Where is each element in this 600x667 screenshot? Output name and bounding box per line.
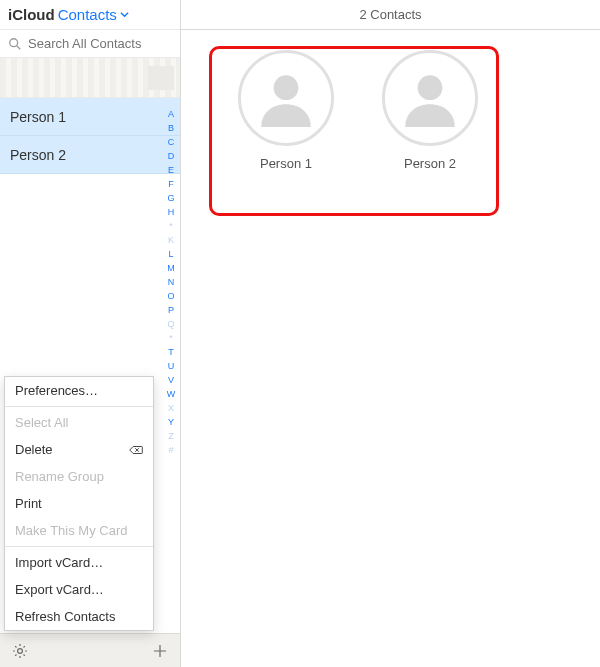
contact-cards: Person 1 Person 2: [231, 50, 600, 171]
gear-button[interactable]: [10, 641, 30, 661]
alpha-index-letter[interactable]: N: [168, 276, 175, 288]
menu-label: Make This My Card: [15, 523, 127, 538]
svg-point-3: [274, 75, 299, 100]
main-header: 2 Contacts: [181, 0, 600, 30]
menu-label: Refresh Contacts: [15, 609, 115, 624]
alpha-index-letter[interactable]: U: [168, 360, 175, 372]
alpha-index-letter[interactable]: F: [168, 178, 174, 190]
contacts-list: Person 1 Person 2: [0, 98, 180, 174]
menu-label: Delete: [15, 442, 53, 457]
alpha-index-letter[interactable]: E: [168, 164, 174, 176]
alpha-index-letter[interactable]: M: [167, 262, 175, 274]
brand-label: iCloud: [8, 6, 55, 23]
menu-export-vcard[interactable]: Export vCard…: [5, 576, 153, 603]
svg-line-1: [17, 45, 21, 49]
alpha-index-letter[interactable]: Y: [168, 416, 174, 428]
alpha-index-letter[interactable]: *: [169, 332, 173, 344]
alpha-index-letter[interactable]: L: [168, 248, 173, 260]
avatar-placeholder-icon: [382, 50, 478, 146]
sidebar: iCloud Contacts Person 1 Person 2 ABCDEF…: [0, 0, 181, 667]
alpha-index-letter[interactable]: D: [168, 150, 175, 162]
contact-row[interactable]: Person 2: [0, 136, 180, 174]
alpha-index-letter[interactable]: C: [168, 136, 175, 148]
search-input[interactable]: [28, 36, 172, 51]
avatar-placeholder-icon: [238, 50, 334, 146]
page-title: 2 Contacts: [359, 7, 421, 22]
alpha-index-letter[interactable]: *: [169, 220, 173, 232]
sidebar-footer: [0, 633, 180, 667]
alpha-index-letter[interactable]: O: [167, 290, 174, 302]
sidebar-header[interactable]: iCloud Contacts: [0, 0, 180, 30]
svg-point-0: [10, 38, 18, 46]
redacted-contact-row[interactable]: [0, 58, 180, 98]
menu-make-card: Make This My Card: [5, 517, 153, 544]
menu-select-all: Select All: [5, 409, 153, 436]
search-bar[interactable]: [0, 30, 180, 58]
menu-print[interactable]: Print: [5, 490, 153, 517]
contact-card-label: Person 2: [404, 156, 456, 171]
alpha-index-letter[interactable]: T: [168, 346, 174, 358]
delete-icon: [129, 445, 143, 455]
contact-name: Person 1: [10, 109, 66, 125]
menu-rename-group: Rename Group: [5, 463, 153, 490]
alpha-index-letter[interactable]: X: [168, 402, 174, 414]
search-icon: [8, 37, 22, 51]
alpha-index-letter[interactable]: G: [167, 192, 174, 204]
menu-label: Print: [15, 496, 42, 511]
main-panel: 2 Contacts Person 1 Person 2: [181, 0, 600, 667]
alpha-index-letter[interactable]: V: [168, 374, 174, 386]
chevron-down-icon: [120, 10, 129, 19]
svg-point-4: [418, 75, 443, 100]
menu-refresh[interactable]: Refresh Contacts: [5, 603, 153, 630]
menu-label: Preferences…: [15, 383, 98, 398]
alpha-index-letter[interactable]: H: [168, 206, 175, 218]
menu-preferences[interactable]: Preferences…: [5, 377, 153, 404]
menu-label: Export vCard…: [15, 582, 104, 597]
content-stage: Person 1 Person 2: [181, 30, 600, 667]
menu-separator: [5, 406, 153, 407]
alpha-index-letter[interactable]: Z: [168, 430, 174, 442]
contact-card-label: Person 1: [260, 156, 312, 171]
menu-label: Select All: [15, 415, 68, 430]
alpha-index-letter[interactable]: #: [168, 444, 173, 456]
section-dropdown-label: Contacts: [58, 6, 117, 23]
svg-point-2: [18, 648, 23, 653]
alpha-index-letter[interactable]: K: [168, 234, 174, 246]
app-root: iCloud Contacts Person 1 Person 2 ABCDEF…: [0, 0, 600, 667]
alpha-index[interactable]: ABCDEFGH*KLMNOPQ*TUVWXYZ#: [164, 108, 178, 456]
contact-card[interactable]: Person 2: [375, 50, 485, 171]
settings-menu: Preferences… Select All Delete Rename Gr…: [4, 376, 154, 631]
alpha-index-letter[interactable]: B: [168, 122, 174, 134]
contact-name: Person 2: [10, 147, 66, 163]
add-button[interactable]: [150, 641, 170, 661]
menu-import-vcard[interactable]: Import vCard…: [5, 549, 153, 576]
menu-label: Rename Group: [15, 469, 104, 484]
alpha-index-letter[interactable]: W: [167, 388, 176, 400]
alpha-index-letter[interactable]: Q: [167, 318, 174, 330]
alpha-index-letter[interactable]: P: [168, 304, 174, 316]
contact-card[interactable]: Person 1: [231, 50, 341, 171]
menu-separator: [5, 546, 153, 547]
menu-label: Import vCard…: [15, 555, 103, 570]
contact-row[interactable]: Person 1: [0, 98, 180, 136]
alpha-index-letter[interactable]: A: [168, 108, 174, 120]
menu-delete[interactable]: Delete: [5, 436, 153, 463]
